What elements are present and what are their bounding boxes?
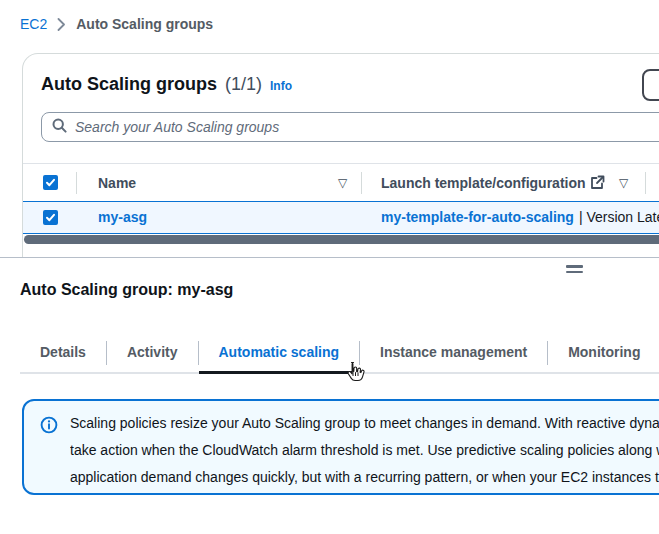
tab-activity[interactable]: Activity [107, 334, 198, 372]
scaling-policies-info-banner: Scaling policies resize your Auto Scalin… [22, 399, 659, 495]
launch-template-filter-icon[interactable]: ▽ [619, 175, 628, 191]
banner-line: application demand changes quickly, but … [70, 464, 659, 491]
info-circle-icon [40, 416, 58, 437]
column-header-name[interactable]: Name [98, 175, 136, 191]
column-header-launch-template[interactable]: Launch template/configuration [381, 175, 586, 191]
horizontal-scrollbar[interactable] [24, 235, 659, 244]
select-all-checkbox[interactable] [43, 175, 58, 190]
column-divider [76, 172, 77, 194]
tab-automatic-scaling[interactable]: Automatic scaling [199, 334, 360, 372]
split-panel-drag-handle[interactable] [566, 265, 583, 276]
info-link[interactable]: Info [270, 79, 292, 93]
row-checkbox[interactable] [43, 210, 58, 225]
split-panel-title: Auto Scaling group: my-asg [20, 281, 233, 299]
launch-template-cell: my-template-for-auto-scaling| Version La… [381, 209, 659, 225]
search-box [41, 112, 659, 142]
refresh-button[interactable] [642, 69, 659, 101]
banner-text: Scaling policies resize your Auto Scalin… [70, 410, 659, 491]
name-filter-icon[interactable]: ▽ [338, 175, 347, 191]
split-panel: Auto Scaling group: my-asg Details Activ… [0, 257, 659, 534]
asg-name-link[interactable]: my-asg [98, 209, 147, 225]
tab-details[interactable]: Details [20, 334, 106, 372]
breadcrumb-current: Auto Scaling groups [76, 16, 213, 32]
template-version-text: | Version Latest [579, 209, 659, 225]
table-row[interactable]: my-asg my-template-for-auto-scaling| Ver… [23, 201, 659, 234]
breadcrumb: EC2 Auto Scaling groups [20, 16, 213, 32]
card-count: (1/1) [225, 74, 262, 95]
banner-line: take action when the CloudWatch alarm th… [70, 437, 659, 464]
external-link-icon [590, 175, 605, 193]
launch-template-link[interactable]: my-template-for-auto-scaling [381, 209, 574, 225]
card-title: Auto Scaling groups [41, 74, 217, 95]
search-icon [52, 118, 67, 136]
tabs-bar: Details Activity Automatic scaling Insta… [20, 334, 659, 374]
search-input[interactable] [75, 119, 659, 135]
breadcrumb-chevron-icon [57, 18, 66, 31]
column-divider [361, 172, 362, 194]
auto-scaling-groups-card: Auto Scaling groups (1/1) Info Name ▽ La… [22, 53, 659, 257]
breadcrumb-link-ec2[interactable]: EC2 [20, 16, 47, 32]
tab-instance-management[interactable]: Instance management [360, 334, 547, 372]
column-divider [645, 172, 646, 194]
table-header-row: Name ▽ Launch template/configuration ▽ [23, 163, 659, 201]
tab-monitoring[interactable]: Monitoring [548, 334, 659, 372]
banner-line: Scaling policies resize your Auto Scalin… [70, 410, 659, 437]
